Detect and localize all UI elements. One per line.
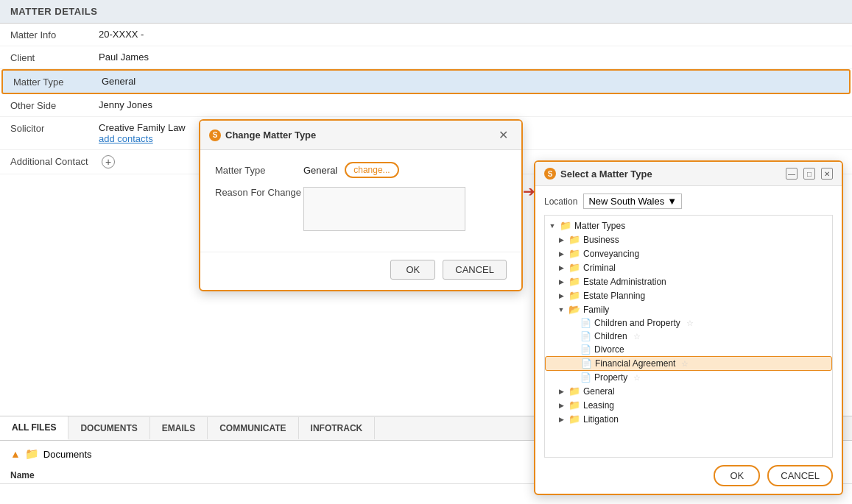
tree-estate-admin-folder-icon: 📁 (568, 276, 580, 287)
minimize-button[interactable]: — (786, 168, 798, 180)
tree-item-children-property[interactable]: 📄 Children and Property ☆ (545, 316, 832, 330)
dropdown-arrow-icon: ▼ (667, 196, 677, 207)
tab-communicate[interactable]: COMMUNICATE (208, 417, 298, 439)
tree-financial-agreement-label: Financial Agreement (595, 358, 675, 369)
matter-info-label: Matter Info (10, 29, 99, 40)
tree-item-financial-agreement[interactable]: 📄 Financial Agreement ☆ (545, 356, 832, 371)
tree-general-arrow: ▶ (557, 387, 566, 396)
client-value: Paul James (99, 52, 149, 63)
location-dropdown[interactable]: New South Wales ▼ (583, 194, 682, 209)
tree-financial-agreement-star: ☆ (681, 359, 689, 369)
tree-estate-planning-folder-icon: 📁 (568, 290, 580, 301)
add-contacts-link[interactable]: add contacts (99, 133, 186, 144)
tree-conveyancing-label: Conveyancing (583, 249, 639, 259)
tree-criminal-folder-icon: 📁 (568, 262, 580, 273)
client-row: Client Paul James (0, 46, 852, 69)
tree-item-estate-planning[interactable]: ▶ 📁 Estate Planning (545, 288, 832, 302)
arrow-connector: ➔ (523, 182, 535, 200)
location-row: Location New South Wales ▼ (544, 194, 833, 209)
tree-container[interactable]: ▼ 📁 Matter Types ▶ 📁 Business ▶ 📁 Convey… (544, 215, 833, 458)
change-reason-textarea[interactable] (303, 187, 465, 231)
maximize-button[interactable]: □ (803, 168, 815, 180)
tree-business-folder-icon: 📁 (568, 234, 580, 245)
tree-item-litigation[interactable]: ▶ 📁 Litigation (545, 412, 832, 426)
tab-all-files[interactable]: ALL FILES (0, 416, 68, 440)
tree-item-property[interactable]: 📄 Property ☆ (545, 371, 832, 384)
client-label: Client (10, 52, 99, 63)
tree-root-folder-icon: 📁 (560, 220, 571, 231)
tree-family-folder-icon: 📂 (568, 304, 580, 315)
other-side-label: Other Side (10, 99, 99, 111)
tree-root-label: Matter Types (574, 221, 625, 231)
tree-item-conveyancing[interactable]: ▶ 📁 Conveyancing (545, 246, 832, 260)
tree-litigation-label: Litigation (583, 414, 619, 425)
tree-estate-planning-label: Estate Planning (583, 291, 645, 301)
tree-litigation-folder-icon: 📁 (568, 414, 580, 425)
tree-item-children[interactable]: 📄 Children ☆ (545, 330, 832, 343)
solicitor-value: Creative Family Law (99, 122, 186, 133)
matter-type-row: Matter Type General (1, 69, 851, 94)
solicitor-label: Solicitor (10, 122, 99, 134)
tree-leasing-arrow: ▶ (557, 401, 566, 410)
close-button[interactable]: ✕ (821, 168, 833, 180)
matter-type-value: General (102, 76, 135, 87)
tab-emails[interactable]: EMAILS (150, 417, 208, 439)
tree-estate-planning-arrow: ▶ (557, 291, 566, 300)
tree-children-property-doc-icon: 📄 (580, 318, 591, 328)
tree-leasing-label: Leasing (583, 400, 614, 411)
tree-root[interactable]: ▼ 📁 Matter Types (545, 219, 832, 233)
folder-icon-visual: 📁 (25, 447, 39, 461)
tree-children-star: ☆ (633, 332, 641, 341)
tree-conveyancing-folder-icon: 📁 (568, 248, 580, 259)
add-contact-button[interactable]: + (102, 155, 115, 168)
tree-general-folder-icon: 📁 (568, 386, 580, 397)
tab-documents[interactable]: DOCUMENTS (68, 417, 149, 439)
select-dialog-ok-button[interactable]: OK (714, 465, 760, 486)
matter-info-value: 20-XXXX - (99, 29, 144, 40)
tree-business-label: Business (583, 235, 619, 245)
tree-criminal-label: Criminal (583, 263, 616, 273)
tree-leasing-folder-icon: 📁 (568, 400, 580, 411)
select-dialog-body: Location New South Wales ▼ ▼ 📁 Matter Ty… (535, 186, 842, 458)
select-dialog-cancel-button[interactable]: CANCEL (767, 465, 833, 486)
tree-root-arrow: ▼ (548, 221, 557, 230)
change-dialog-close-button[interactable]: ✕ (494, 127, 513, 143)
change-matter-type-field-row: Matter Type General change... (215, 162, 507, 178)
change-link-button[interactable]: change... (345, 162, 398, 178)
select-matter-type-dialog: S Select a Matter Type — □ ✕ Location Ne… (534, 160, 843, 495)
tree-financial-agreement-doc-icon: 📄 (581, 358, 592, 369)
tree-children-doc-icon: 📄 (580, 331, 591, 341)
tree-item-estate-admin[interactable]: ▶ 📁 Estate Administration (545, 274, 832, 288)
change-dialog-body: Matter Type General change... Reason For… (200, 150, 521, 252)
other-side-row: Other Side Jenny Jones (0, 94, 852, 117)
folder-expand-icon[interactable]: ▲ (10, 448, 21, 460)
location-value: New South Wales (588, 196, 664, 207)
tree-item-family[interactable]: ▼ 📂 Family (545, 302, 832, 316)
tree-item-business[interactable]: ▶ 📁 Business (545, 233, 832, 246)
change-dialog-cancel-button[interactable]: CANCEL (443, 260, 507, 280)
tree-children-property-label: Children and Property (594, 318, 680, 328)
matter-info-row: Matter Info 20-XXXX - (0, 24, 852, 46)
change-dialog-title: Change Matter Type (225, 129, 316, 141)
change-dialog-title-left: S Change Matter Type (209, 129, 316, 141)
other-side-value: Jenny Jones (99, 99, 152, 110)
tab-infotrack[interactable]: INFOTRACK (299, 417, 376, 439)
change-dialog-ok-button[interactable]: OK (390, 260, 435, 280)
tree-item-general[interactable]: ▶ 📁 General (545, 384, 832, 398)
tree-conveyancing-arrow: ▶ (557, 249, 566, 258)
change-dialog-title-bar: S Change Matter Type ✕ (200, 121, 521, 150)
tree-family-arrow: ▼ (557, 305, 566, 314)
tree-property-doc-icon: 📄 (580, 372, 591, 383)
tree-item-criminal[interactable]: ▶ 📁 Criminal (545, 260, 832, 274)
select-dialog-title-left: S Select a Matter Type (544, 168, 652, 180)
tree-item-leasing[interactable]: ▶ 📁 Leasing (545, 398, 832, 412)
change-reason-field-row: Reason For Change (215, 187, 507, 231)
select-dialog-title: Select a Matter Type (560, 168, 652, 180)
select-dialog-buttons: OK CANCEL (535, 458, 842, 494)
tree-general-label: General (583, 386, 615, 397)
matter-details-header: MATTER DETAILS (0, 0, 852, 24)
tree-property-label: Property (594, 372, 627, 383)
select-dialog-controls: — □ ✕ (786, 168, 833, 180)
tree-item-divorce[interactable]: 📄 Divorce (545, 343, 832, 356)
change-matter-type-field-value: General (303, 165, 337, 176)
